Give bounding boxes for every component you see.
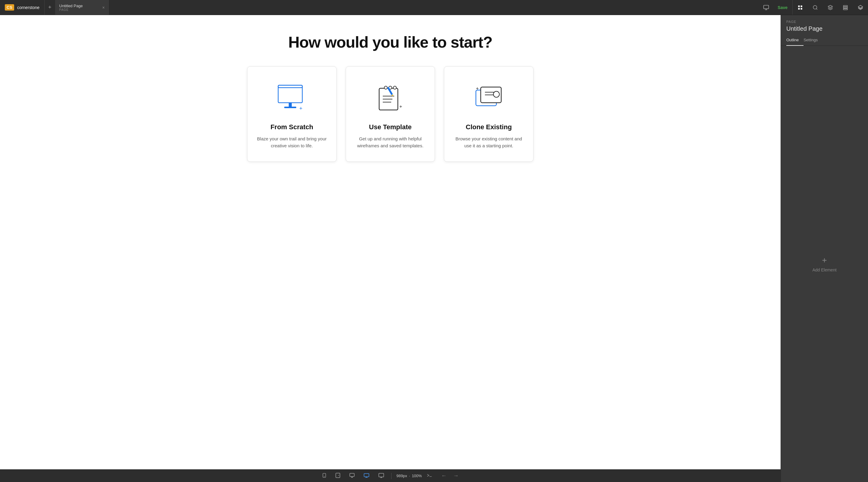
tab-settings[interactable]: Settings [804, 35, 823, 46]
svg-rect-13 [284, 107, 296, 108]
svg-text:+: + [476, 86, 478, 91]
clone-existing-title: Clone Existing [466, 123, 512, 131]
top-bar: CS cornerstone + Untitled Page PAGE × Sa… [0, 0, 868, 15]
tab-close-button[interactable]: × [102, 5, 104, 10]
use-template-title: Use Template [369, 123, 411, 131]
page-tab[interactable]: Untitled Page PAGE × [55, 0, 110, 15]
from-scratch-card[interactable]: + From Scratch Blaze your own trail and … [247, 66, 337, 162]
logo-area: CS cornerstone [0, 0, 44, 15]
svg-point-5 [813, 5, 817, 9]
preview-button[interactable] [760, 4, 773, 10]
bottom-bar: 989px · 100% ← → [0, 469, 781, 482]
grid-icon[interactable] [793, 0, 808, 15]
clone-existing-icon: + [469, 82, 508, 115]
panel-header: Page Untitled Page [781, 15, 868, 35]
small-desktop-icon[interactable] [347, 472, 357, 481]
logo-abbr: CS [5, 4, 14, 10]
svg-rect-0 [764, 5, 769, 9]
svg-rect-4 [801, 8, 802, 9]
panel-body: + Add Element [781, 46, 868, 482]
add-element-plus-icon: + [822, 255, 827, 265]
responsive-icon[interactable] [362, 472, 371, 481]
tablet-icon[interactable] [333, 471, 342, 481]
blocks-icon[interactable] [823, 0, 838, 15]
bottom-divider [391, 473, 392, 479]
toolbar-icons [792, 0, 868, 15]
zoom-size: 989px [396, 474, 407, 478]
svg-text:+: + [399, 104, 402, 109]
search-icon[interactable] [808, 0, 823, 15]
tab-title: Untitled Page [59, 4, 100, 8]
from-scratch-title: From Scratch [270, 123, 313, 131]
bottom-actions: ← → [439, 472, 461, 480]
svg-rect-38 [364, 474, 369, 477]
use-template-card[interactable]: + Use Template Get up and running with h… [346, 66, 435, 162]
page-heading: How would you like to start? [288, 33, 493, 51]
add-element-label: Add Element [812, 267, 836, 272]
preview-icon [763, 4, 769, 10]
svg-rect-35 [350, 473, 354, 477]
panel-tabs: Outline Settings [781, 35, 868, 46]
svg-rect-6 [843, 5, 847, 7]
svg-point-29 [493, 91, 499, 97]
svg-rect-33 [336, 473, 340, 478]
stack-icon[interactable] [853, 0, 868, 15]
undo-button[interactable]: ← [439, 472, 448, 480]
save-button[interactable]: Save [773, 5, 792, 10]
tab-outline[interactable]: Outline [786, 35, 804, 46]
panel-label: Page [786, 20, 863, 24]
svg-rect-8 [843, 8, 847, 10]
zoom-separator: · [409, 474, 410, 478]
use-template-desc: Get up and running with helpful wirefram… [355, 135, 426, 150]
svg-text:+: + [299, 105, 303, 111]
layers-icon[interactable] [838, 0, 853, 15]
from-scratch-icon: + [272, 82, 311, 115]
add-tab-button[interactable]: + [44, 0, 55, 15]
add-element-area[interactable]: + Add Element [812, 255, 836, 272]
canvas-area: How would you like to start? + [0, 15, 781, 482]
panel-title: Untitled Page [786, 25, 863, 32]
logo-name: cornerstone [17, 5, 39, 10]
svg-rect-1 [798, 5, 800, 7]
zoom-percent: 100% [412, 474, 422, 478]
canvas-content: How would you like to start? + [0, 15, 781, 469]
tab-content: Untitled Page PAGE [59, 4, 100, 11]
svg-point-16 [384, 86, 387, 89]
clone-existing-desc: Browse your existing content and use it … [453, 135, 524, 150]
svg-rect-11 [278, 85, 302, 88]
terminal-icon[interactable] [427, 473, 432, 479]
redo-button[interactable]: → [452, 472, 461, 480]
mobile-icon[interactable] [320, 471, 329, 481]
from-scratch-desc: Blaze your own trail and bring your crea… [256, 135, 327, 150]
svg-rect-2 [801, 5, 802, 7]
clone-existing-card[interactable]: + Clone Existing Browse your existing co… [444, 66, 533, 162]
large-desktop-icon[interactable] [376, 472, 386, 481]
right-panel: Page Untitled Page Outline Settings + Ad… [781, 15, 868, 482]
options-row: + From Scratch Blaze your own trail and … [247, 66, 533, 162]
svg-rect-3 [798, 8, 800, 9]
svg-rect-7 [843, 7, 847, 8]
tab-subtitle: PAGE [59, 8, 100, 11]
svg-rect-41 [379, 473, 384, 477]
main-area: How would you like to start? + [0, 15, 868, 482]
svg-point-18 [393, 86, 396, 89]
svg-rect-12 [289, 103, 292, 107]
use-template-icon: + [371, 82, 410, 115]
zoom-info: 989px · 100% [396, 474, 422, 478]
